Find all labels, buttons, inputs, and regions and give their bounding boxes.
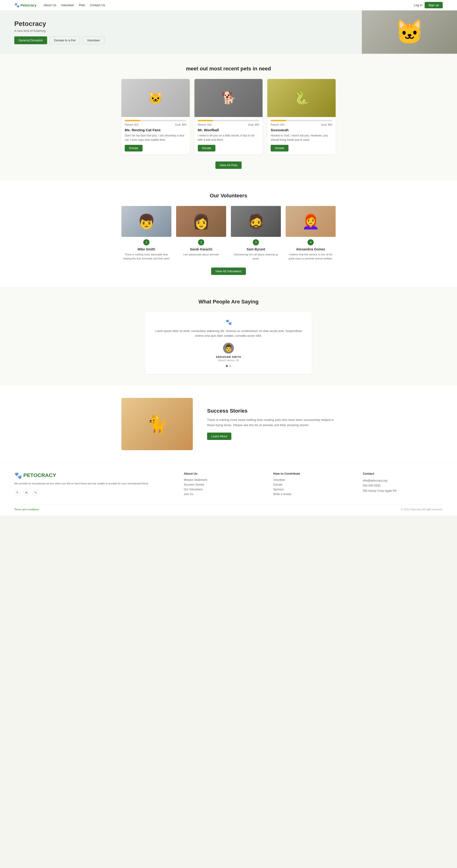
nav-brand-text: Petocracy	[21, 3, 36, 7]
navbar: 🐾 Petocracy About Us Volunteer Pets Cont…	[0, 0, 457, 10]
dot-1[interactable]	[226, 365, 228, 367]
success-stories-inner: 🐈 Success Stories There is nothing more …	[121, 398, 336, 450]
nav-pets[interactable]: Pets	[79, 3, 85, 7]
testimonials-section: What People Are Saying 🐾 Lorem ipsum dol…	[0, 287, 457, 386]
volunteer-name-3: Alexandria Gomez	[286, 247, 336, 251]
pets-grid: 🐱 Raised: $15 Goal: $60 Ms. Resting Cat …	[121, 79, 336, 154]
footer-contribute-link-1[interactable]: Donate	[273, 483, 353, 486]
success-image: 🐈	[121, 398, 193, 450]
pet-goal-2: Goal: $60	[321, 123, 332, 126]
pets-section: meet out most recent pets in need 🐱 Rais…	[0, 54, 457, 181]
pet-image-1: 🐕	[195, 79, 263, 117]
pet-goal-0: Goal: $60	[175, 123, 187, 126]
progress-fill-1	[198, 120, 213, 121]
twitter-icon[interactable]: 𝕏	[14, 489, 21, 496]
footer-about-link-2[interactable]: Our Volunteers	[184, 488, 264, 491]
footer-contact-phone: 555-555-5555	[363, 483, 443, 489]
signup-button[interactable]: Sign up	[425, 2, 443, 8]
pet-goal-1: Goal: $60	[248, 123, 259, 126]
terms-link[interactable]: Terms and conditions	[14, 508, 39, 511]
footer-logo-icon: 🐾	[14, 472, 22, 479]
volunteer-image-0: 👦	[121, 206, 171, 237]
linkedin-icon[interactable]: in	[23, 489, 30, 496]
pet-card-body-1: Raised: $15 Goal: $60 Mr. Woofball I nee…	[195, 117, 263, 154]
progress-bg-2	[270, 120, 332, 121]
view-all-volunteers-button[interactable]: View All Volunteers	[211, 268, 246, 275]
footer-about-link-0[interactable]: Mission Statement	[184, 478, 264, 482]
nav-contact[interactable]: Contact Us	[90, 3, 105, 7]
pet-desc-2: Honest to God, I won't eat you. However,…	[270, 133, 332, 142]
hero-content: Petocracy A new kind of fostering. Gener…	[14, 20, 443, 44]
volunteer-image-2: 🧔	[231, 206, 281, 237]
donate-pet-button[interactable]: Donate to a Pet	[50, 36, 80, 44]
footer-contribute-title: How to Contribute	[273, 472, 353, 475]
nav-actions: Log in Sign up	[414, 2, 443, 8]
pet-name-1: Mr. Woofball	[198, 128, 259, 132]
nav-logo-icon: 🐾	[14, 3, 20, 8]
volunteer-desc-0: There is nothing more admirable than hel…	[121, 253, 171, 260]
footer-brand-col: 🐾 PETOCRACY We provide an exceptional se…	[14, 472, 174, 497]
footer-brand-name: 🐾 PETOCRACY	[14, 472, 174, 479]
footer-contribute-link-3[interactable]: Write a review	[273, 493, 353, 496]
footer-bottom: Terms and conditions © 2021 Petocracy Al…	[14, 504, 443, 511]
footer-contribute-link-0[interactable]: Volunteer	[273, 478, 353, 482]
volunteers-section: Our Volunteers 👦 1 Mike Smith There is n…	[0, 181, 457, 287]
footer-contribute-link-2[interactable]: Sponsor	[273, 488, 353, 491]
volunteers-grid: 👦 1 Mike Smith There is nothing more adm…	[121, 206, 336, 260]
github-icon[interactable]: ⌥	[32, 489, 38, 496]
volunteer-image-1: 👩	[176, 206, 226, 237]
pet-card-body-0: Raised: $15 Goal: $60 Ms. Resting Cat Fa…	[121, 117, 190, 154]
pet-card-2: 🐍 Raised: $15 Goal: $60 Sssssarah Honest…	[267, 79, 336, 154]
testimonial-dots	[155, 365, 302, 367]
learn-more-button[interactable]: Learn More	[207, 433, 231, 440]
volunteer-name-0: Mike Smith	[121, 247, 171, 251]
donate-pet-2-button[interactable]: Donate	[270, 145, 288, 152]
pet-raised-goal-2: Raised: $15 Goal: $60	[270, 123, 332, 126]
footer-about-link-1[interactable]: Success Stories	[184, 483, 264, 486]
pet-raised-1: Raised: $15	[198, 123, 212, 126]
progress-bg-0	[125, 120, 187, 121]
nav-brand[interactable]: 🐾 Petocracy	[14, 3, 36, 8]
volunteer-number-0: 1	[143, 239, 149, 245]
donate-pet-0-button[interactable]: Donate	[125, 145, 143, 152]
volunteer-name-2: Sam Byrant	[231, 247, 281, 251]
footer-contact-email: info@petocracy.org	[363, 478, 443, 484]
progress-fill-2	[270, 120, 286, 121]
footer-contact-title: Contact	[363, 472, 443, 475]
footer-about-title: About Us	[184, 472, 264, 475]
pet-raised-goal-1: Raised: $15 Goal: $60	[198, 123, 259, 126]
volunteer-button[interactable]: Volunteer	[82, 36, 105, 44]
copyright-text: © 2021 Petocracy All right reserved.	[401, 508, 443, 511]
footer-contact-address: 555 Honey Crisp Apple Rd	[363, 489, 443, 494]
volunteer-desc-1: I am passionate about animals!	[176, 253, 226, 257]
pet-desc-1: I need to let you on a little secret, it…	[198, 133, 259, 142]
view-all-pets-button[interactable]: View All Pets	[216, 161, 242, 169]
pet-image-2: 🐍	[267, 79, 336, 117]
volunteer-image-3: 👩‍🦰	[286, 206, 336, 237]
view-all-volunteers-container: View All Volunteers	[14, 268, 443, 275]
volunteer-card-2: 🧔 3 Sam Byrant Volunteering isn't all ab…	[231, 206, 281, 260]
pet-name-2: Sssssarah	[270, 128, 332, 132]
footer-about-col: About Us Mission Statement Success Stori…	[184, 472, 264, 497]
pet-card-1: 🐕 Raised: $15 Goal: $60 Mr. Woofball I n…	[195, 79, 263, 154]
testimonial-location: Mount Vernon, IA	[155, 359, 302, 362]
dot-2[interactable]	[229, 365, 231, 367]
success-description: There is nothing more heart-melting than…	[207, 417, 336, 428]
nav-volunteer[interactable]: Volunteer	[61, 3, 74, 7]
nav-about[interactable]: About Us	[44, 3, 56, 7]
nav-links: About Us Volunteer Pets Contact Us	[44, 3, 414, 7]
general-donation-button[interactable]: General Donation	[14, 36, 47, 44]
testimonial-card: 🐾 Lorem ipsum dolor sit amet, consectetu…	[145, 312, 312, 374]
success-content: Success Stories There is nothing more he…	[207, 408, 336, 440]
login-button[interactable]: Log in	[414, 3, 422, 7]
pet-raised-2: Raised: $15	[270, 123, 285, 126]
footer-about-link-3[interactable]: Join Us	[184, 493, 264, 496]
donate-pet-1-button[interactable]: Donate	[198, 145, 216, 152]
hero-buttons: General Donation Donate to a Pet Volunte…	[14, 36, 443, 44]
volunteer-number-1: 2	[198, 239, 204, 245]
hero-title: Petocracy	[14, 20, 443, 28]
footer-contribute-col: How to Contribute Volunteer Donate Spons…	[273, 472, 353, 497]
volunteer-number-2: 3	[253, 239, 259, 245]
paw-icon: 🐾	[155, 319, 302, 325]
volunteer-desc-3: I believe that this service is one of th…	[286, 253, 336, 260]
